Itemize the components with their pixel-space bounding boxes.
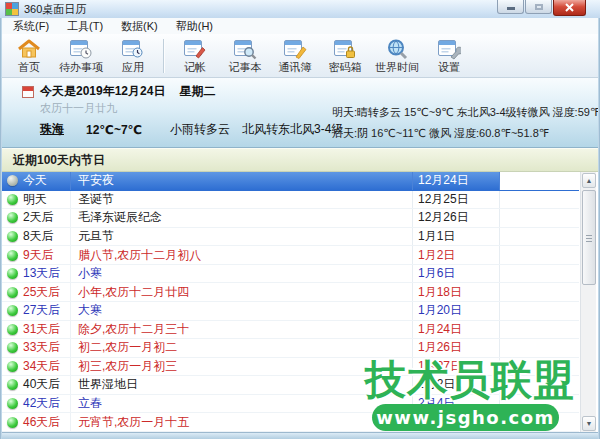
app-window: 360桌面日历 系统(F)工具(T)数据(K)帮助(H) 首页待办事项应用记帐记… <box>0 0 600 439</box>
forecast-block: 明天:晴转多云 15℃~9℃ 东北风3-4级转微风 湿度:59℉~48.2℉ 后… <box>332 102 600 144</box>
close-icon <box>565 3 574 12</box>
scrollbar-thumb[interactable] <box>582 190 596 285</box>
toolbar-button-label: 设置 <box>438 61 460 73</box>
festival-date: 1月24日 <box>413 321 500 339</box>
maximize-button[interactable] <box>525 0 552 14</box>
close-button[interactable] <box>553 0 586 16</box>
festival-date: 12月24日 <box>413 172 500 190</box>
festival-when: 今天 <box>23 172 47 189</box>
festival-date: 1月26日 <box>413 339 500 357</box>
app-icon <box>5 2 19 16</box>
toolbar-button-apps[interactable]: 应用 <box>108 36 158 76</box>
festival-empty-cell <box>500 302 579 320</box>
festival-name: 大寒 <box>71 302 413 320</box>
festival-when-cell: 2天后 <box>0 209 71 227</box>
apps-icon <box>121 38 145 60</box>
toolbar-button-label: 世界时间 <box>375 61 419 73</box>
festival-row[interactable]: 27天后大寒1月20日 <box>0 302 579 321</box>
toolbar-button-settings[interactable]: 设置 <box>424 36 474 76</box>
toolbar: 首页待办事项应用记帐记事本通讯簿密码箱世界时间设置 <box>0 34 600 78</box>
festival-name: 元旦节 <box>71 228 413 246</box>
toolbar-button-notebook[interactable]: 记事本 <box>220 36 270 76</box>
festival-date: 12月25日 <box>413 191 500 209</box>
festival-name: 腊八节,农历十二月初八 <box>71 246 413 264</box>
festival-when: 33天后 <box>23 339 60 356</box>
festival-dot-icon <box>7 342 18 353</box>
contacts-icon <box>283 38 307 60</box>
scroll-down-button[interactable]: ▼ <box>582 416 596 431</box>
lunar-date: 农历十一月廿九 <box>40 101 117 116</box>
festival-when-cell: 42天后 <box>0 395 71 413</box>
festival-empty-cell <box>500 265 579 283</box>
city-link[interactable]: 珠海 <box>40 121 64 138</box>
festival-row[interactable]: 9天后腊八节,农历十二月初八1月2日 <box>0 246 579 265</box>
festival-name: 小寒 <box>71 265 413 283</box>
toolbar-button-contacts[interactable]: 通讯簿 <box>270 36 320 76</box>
festival-when: 明天 <box>23 191 47 208</box>
festival-empty-cell <box>500 339 579 357</box>
festival-empty-cell <box>500 321 579 339</box>
weekday: 星期二 <box>179 83 215 100</box>
toolbar-button-label: 首页 <box>18 61 40 73</box>
festival-row[interactable]: 25天后小年,农历十二月廿四1月18日 <box>0 283 579 302</box>
festival-dot-icon <box>7 305 18 316</box>
festival-when-cell: 27天后 <box>0 302 71 320</box>
menu-item[interactable]: 数据(K) <box>112 18 167 34</box>
info-panel: 今天是2019年12月24日 星期二 农历十一月廿九 珠海 12℃~7℃ 小雨转… <box>0 78 600 148</box>
festival-empty-cell <box>500 283 579 301</box>
festival-when-cell: 今天 <box>0 172 71 190</box>
weather-condition: 小雨转多云 <box>170 121 230 138</box>
calendar-icon <box>22 86 34 98</box>
toolbar-button-world-time[interactable]: 世界时间 <box>370 36 424 76</box>
festival-when-cell: 46天后 <box>0 413 71 431</box>
minimize-button[interactable] <box>497 0 524 14</box>
festival-dot-icon <box>7 417 18 428</box>
window-title: 360桌面日历 <box>24 2 86 17</box>
toolbar-button-label: 通讯簿 <box>279 61 312 73</box>
scrollbar[interactable]: ▲ ▼ <box>580 172 596 432</box>
festival-dot-icon <box>7 324 18 335</box>
toolbar-button-home[interactable]: 首页 <box>4 36 54 76</box>
festival-row[interactable]: 33天后初二,农历一月初二1月26日 <box>0 339 579 358</box>
festival-dot-icon <box>7 268 18 279</box>
festival-dot-icon <box>7 231 18 242</box>
festival-when: 27天后 <box>23 302 60 319</box>
toolbar-button-todo[interactable]: 待办事项 <box>54 36 108 76</box>
toolbar-separator <box>163 39 165 73</box>
scroll-up-button[interactable]: ▲ <box>582 173 596 188</box>
menu-item[interactable]: 帮助(H) <box>167 18 222 34</box>
toolbar-button-ledger[interactable]: 记帐 <box>170 36 220 76</box>
toolbar-button-label: 应用 <box>122 61 144 73</box>
watermark-text: 技术员联盟 <box>365 357 575 403</box>
festival-when-cell: 31天后 <box>0 321 71 339</box>
festival-when-cell: 13天后 <box>0 265 71 283</box>
festival-date: 1月18日 <box>413 283 500 301</box>
festival-dot-icon <box>7 212 18 223</box>
festival-when-cell: 33天后 <box>0 339 71 357</box>
toolbar-button-label: 待办事项 <box>59 61 103 73</box>
toolbar-button-password[interactable]: 密码箱 <box>320 36 370 76</box>
festival-date: 1月1日 <box>413 228 500 246</box>
festival-empty-cell <box>500 228 579 246</box>
festival-when: 42天后 <box>23 395 60 412</box>
festival-date: 1月6日 <box>413 265 500 283</box>
todo-icon <box>69 38 93 60</box>
festival-dot-icon <box>7 175 18 186</box>
festival-row[interactable]: 13天后小寒1月6日 <box>0 265 579 284</box>
festival-when-cell: 25天后 <box>0 283 71 301</box>
festival-row[interactable]: 明天圣诞节12月25日 <box>0 191 579 210</box>
festival-row[interactable]: 今天平安夜12月24日 <box>0 172 579 191</box>
notebook-icon <box>233 38 257 60</box>
world-time-icon <box>385 38 409 60</box>
menu-item[interactable]: 系统(F) <box>4 18 58 34</box>
minimize-icon <box>507 7 515 10</box>
festival-name: 除夕,农历十二月三十 <box>71 321 413 339</box>
menu-item[interactable]: 工具(T) <box>58 18 112 34</box>
maximize-icon <box>535 4 543 10</box>
festival-row[interactable]: 2天后毛泽东诞辰纪念12月26日 <box>0 209 579 228</box>
festival-row[interactable]: 8天后元旦节1月1日 <box>0 228 579 247</box>
festival-dot-icon <box>7 287 18 298</box>
today-line: 今天是2019年12月24日 星期二 <box>22 83 215 100</box>
festival-row[interactable]: 31天后除夕,农历十二月三十1月24日 <box>0 321 579 340</box>
festival-date: 1月2日 <box>413 246 500 264</box>
